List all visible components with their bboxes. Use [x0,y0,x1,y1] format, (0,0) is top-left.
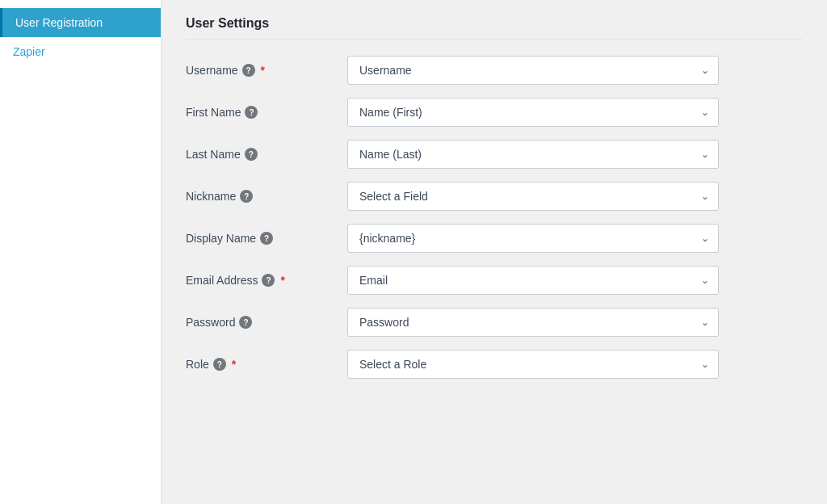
select-wrapper-last-name: Name (Last)⌄ [347,140,719,169]
form-field-email-address: Email⌄ [347,266,719,295]
form-field-last-name: Name (Last)⌄ [347,140,719,169]
form-field-password: Password⌄ [347,308,719,337]
form-label-email-address: Email Address?* [186,274,347,287]
select-last-name[interactable]: Name (Last) [347,140,719,169]
form-row-last-name: Last Name?Name (Last)⌄ [186,140,803,169]
form-field-display-name: {nickname}⌄ [347,224,719,253]
form-table: Username?*Username⌄First Name?Name (Firs… [186,56,803,379]
label-text-role: Role [186,358,209,371]
form-field-nickname: Select a Field⌄ [347,182,719,211]
label-text-last-name: Last Name [186,148,241,161]
form-row-role: Role?*Select a Role⌄ [186,350,803,379]
form-row-password: Password?Password⌄ [186,308,803,337]
help-icon-display-name[interactable]: ? [260,232,273,245]
select-first-name[interactable]: Name (First) [347,98,719,127]
form-row-first-name: First Name?Name (First)⌄ [186,98,803,127]
form-label-username: Username?* [186,64,347,77]
help-icon-first-name[interactable]: ? [245,106,258,119]
select-wrapper-nickname: Select a Field⌄ [347,182,719,211]
form-row-email-address: Email Address?*Email⌄ [186,266,803,295]
form-label-nickname: Nickname? [186,190,347,203]
select-email-address[interactable]: Email [347,266,719,295]
form-label-first-name: First Name? [186,106,347,119]
select-password[interactable]: Password [347,308,719,337]
select-wrapper-first-name: Name (First)⌄ [347,98,719,127]
help-icon-last-name[interactable]: ? [245,148,258,161]
form-row-display-name: Display Name?{nickname}⌄ [186,224,803,253]
select-wrapper-password: Password⌄ [347,308,719,337]
sidebar-item-user-registration[interactable]: User Registration [0,8,161,37]
select-wrapper-email-address: Email⌄ [347,266,719,295]
sidebar: User RegistrationZapier [0,0,162,504]
form-row-nickname: Nickname?Select a Field⌄ [186,182,803,211]
form-field-username: Username⌄ [347,56,719,85]
help-icon-username[interactable]: ? [242,64,255,77]
form-label-display-name: Display Name? [186,232,347,245]
label-text-password: Password [186,316,235,329]
select-role[interactable]: Select a Role [347,350,719,379]
form-field-first-name: Name (First)⌄ [347,98,719,127]
help-icon-role[interactable]: ? [213,358,226,371]
label-text-first-name: First Name [186,106,241,119]
required-star-role: * [232,358,236,371]
label-text-username: Username [186,64,238,77]
main-content: User Settings Username?*Username⌄First N… [162,0,827,504]
select-username[interactable]: Username [347,56,719,85]
form-label-role: Role?* [186,358,347,371]
label-text-nickname: Nickname [186,190,236,203]
select-nickname[interactable]: Select a Field [347,182,719,211]
select-wrapper-username: Username⌄ [347,56,719,85]
form-label-password: Password? [186,316,347,329]
required-star-email-address: * [280,274,284,287]
help-icon-password[interactable]: ? [239,316,252,329]
help-icon-nickname[interactable]: ? [240,190,253,203]
label-text-email-address: Email Address [186,274,258,287]
label-text-display-name: Display Name [186,232,256,245]
section-title: User Settings [186,16,803,40]
help-icon-email-address[interactable]: ? [262,274,275,287]
required-star-username: * [261,64,265,77]
sidebar-item-zapier[interactable]: Zapier [0,37,161,66]
select-wrapper-display-name: {nickname}⌄ [347,224,719,253]
select-wrapper-role: Select a Role⌄ [347,350,719,379]
form-row-username: Username?*Username⌄ [186,56,803,85]
form-label-last-name: Last Name? [186,148,347,161]
select-display-name[interactable]: {nickname} [347,224,719,253]
form-field-role: Select a Role⌄ [347,350,719,379]
